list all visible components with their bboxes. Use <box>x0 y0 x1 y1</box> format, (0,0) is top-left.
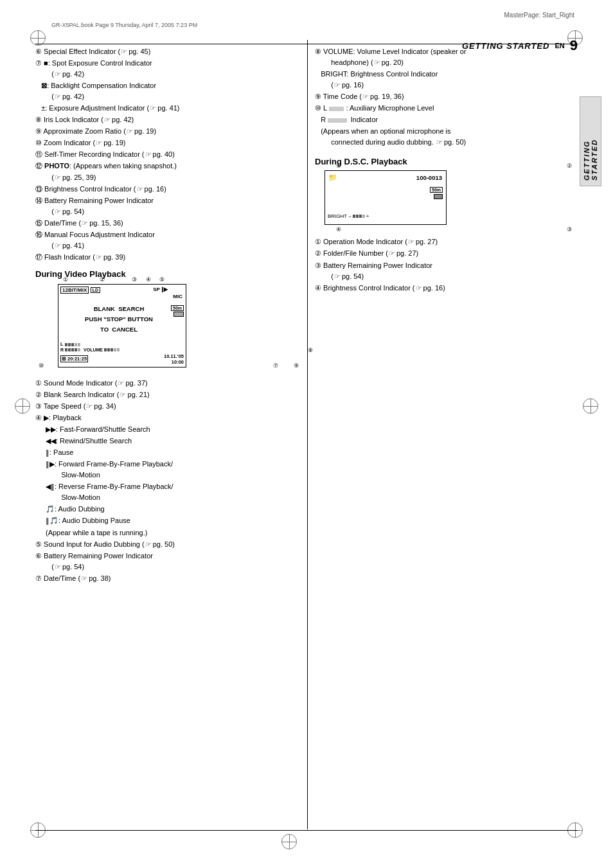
list-item: ⑫ PHOTO: (Appears when taking snapshot.)… <box>35 161 305 182</box>
dsc-label-1: ① <box>336 163 341 169</box>
dsc-playback-title: During D.S.C. Playback <box>315 157 578 166</box>
dsc-label-4: ④ <box>336 226 341 233</box>
dsc-label-2: ② <box>567 163 572 169</box>
bar-seg <box>104 348 107 351</box>
list-item: ⑦ Date/Time (☞ pg. 38) <box>35 573 305 584</box>
list-item: ‖🎵: Audio Dubbing Pause <box>35 515 305 526</box>
list-item: ⑮ Date/Time (☞ pg. 15, 36) <box>35 218 305 229</box>
list-item: ±: Exposure Adjustment Indicator (☞ pg. … <box>35 103 305 114</box>
bar-seg <box>71 343 74 346</box>
list-item: ⊠: Backlight Compensation Indicator (☞ p… <box>35 80 305 102</box>
list-item: ② Blank Search Indicator (☞ pg. 21) <box>35 389 305 400</box>
list-item: ⑭ Battery Remaining Power Indicator (☞ p… <box>35 195 305 217</box>
dsc-bright-label: BRIGHT <box>328 213 347 219</box>
list-item: (Appears when an optional microphone is … <box>315 126 578 148</box>
sound-mode-indicator-text: Sound Mode Indicator <box>44 379 113 387</box>
crosshair-bottom-center <box>282 835 296 849</box>
bar-seg <box>78 343 80 346</box>
right-items-list: ⑧ VOLUME: Volume Level Indicator (speake… <box>315 46 578 148</box>
vd-r-bars <box>65 348 80 351</box>
vd-label-7: ⑦ <box>273 362 278 369</box>
bar-seg <box>111 348 113 351</box>
dsc-annotations-list: ① Operation Mode Indicator (☞ pg. 27) ② … <box>315 236 578 293</box>
during-video-playback-section: During Video Playback ① ② ③ ④ ⑤ 12BIT/MI… <box>35 269 305 584</box>
vd-battery-icon <box>173 312 184 317</box>
vd-mic-label: MIC <box>173 294 182 299</box>
list-item: ④ Brightness Control Indicator (☞ pg. 16… <box>315 283 578 294</box>
video-annotations-list: ① Sound Mode Indicator (☞ pg. 37) ② Blan… <box>35 378 305 584</box>
bar-seg <box>75 348 77 351</box>
list-item: (Appear while a tape is running.) <box>35 527 305 538</box>
dsc-battery <box>434 194 443 199</box>
footer-rule <box>35 830 578 831</box>
list-item: ⑤ Sound Input for Audio Dubbing (☞ pg. 5… <box>35 539 305 550</box>
list-item: ◀‖: Reverse Frame-By-Frame Playback/ Slo… <box>35 481 305 503</box>
video-display: 12BIT/MIX LD SP ‖▶ MIC BLANK SEARCH PUSH… <box>58 284 186 368</box>
vd-label-2: ② <box>100 276 105 283</box>
dsc-l-bracket: + <box>366 213 369 219</box>
bar-seg <box>107 348 110 351</box>
crosshair-mid-left <box>15 399 30 413</box>
dsc-label-3: ③ <box>567 226 572 233</box>
list-item: ⑯ Manual Focus Adjustment Indicator (☞ p… <box>35 229 305 251</box>
vd-r-label: R <box>60 348 64 352</box>
list-item: ⑧ Iris Lock Indicator (☞ pg. 42) <box>35 114 305 125</box>
vd-sp-label: SP ‖▶ <box>153 287 168 292</box>
during-dsc-playback-section: During D.S.C. Playback ① ② 📁 100-0013 50… <box>315 157 578 293</box>
vd-label-5: ⑤ <box>159 276 164 283</box>
list-item: BRIGHT: Brightness Control Indicator (☞ … <box>315 69 578 91</box>
bar-seg <box>68 348 71 351</box>
bar-seg <box>362 215 365 218</box>
vd-label-3: ③ <box>132 276 137 283</box>
list-item: ‖▶: Forward Frame-By-Frame Playback/ Slo… <box>35 459 305 481</box>
list-item: ⑬ Brightness Control Indicator (☞ pg. 16… <box>35 184 305 195</box>
bar-seg <box>68 343 71 346</box>
list-item: ③ Battery Remaining Power Indicator (☞ p… <box>315 260 578 282</box>
list-item: ⑨ Time Code (☞ pg. 19, 36) <box>315 91 578 102</box>
crosshair-top-left <box>31 31 45 45</box>
list-item: ⑰ Flash Indicator (☞ pg. 39) <box>35 252 305 263</box>
video-playback-title: During Video Playback <box>35 269 305 279</box>
list-item: ③ Tape Speed (☞ pg. 34) <box>35 401 305 412</box>
bar-seg <box>353 215 355 218</box>
bar-seg <box>117 348 120 351</box>
vd-bottom-section: L R <box>60 342 184 365</box>
vd-label-9-pos: ⑨ <box>294 362 299 369</box>
file-info-label: GR-X5PAL.book Page 9 Thursday, April 7, … <box>51 22 197 28</box>
dsc-minus: – <box>348 213 351 219</box>
bar-seg <box>356 215 359 218</box>
vd-bottom-dates: ⊞ 20:21:25 10.11.'0510:00 <box>60 353 184 365</box>
list-item: ◀◀: Rewind/Shuttle Search <box>35 436 305 447</box>
list-item: ⑩ L : Auxiliary Microphone Level <box>315 103 578 114</box>
vd-ld-label: LD <box>91 287 100 293</box>
list-item: ⑥ Battery Remaining Power Indicator (☞ p… <box>35 551 305 572</box>
list-item: ① Sound Mode Indicator (☞ pg. 37) <box>35 378 305 389</box>
vd-mic-bars: L <box>60 342 184 346</box>
list-item: ① Operation Mode Indicator (☞ pg. 27) <box>315 236 578 247</box>
dsc-display: 📁 100-0013 50m BRIGHT – <box>324 170 447 225</box>
master-page-label: MasterPage: Start_Right <box>504 12 575 19</box>
vd-volume-label: VOLUME <box>84 348 103 352</box>
list-item: ⑩ Zoom Indicator (☞ pg. 19) <box>35 137 305 148</box>
bar-seg <box>71 348 74 351</box>
vd-timecode: ⊞ 20:21:25 <box>60 355 88 362</box>
vd-center-text: BLANK SEARCH PUSH "STOP" BUTTON TO CANCE… <box>68 304 170 335</box>
dsc-display-wrapper: ① ② 📁 100-0013 50m BRIGHT – <box>324 170 578 225</box>
bar-seg <box>359 215 362 218</box>
vd-volume-row: R VOLUME <box>60 348 184 352</box>
vd-label-10: ⑩ <box>39 362 44 369</box>
left-column: ⑥ Special Effect Indicator (☞ pg. 45) ⑦ … <box>35 46 305 585</box>
vd-label-1: ① <box>63 276 68 283</box>
vd-label-8: ⑧ <box>308 347 313 353</box>
video-display-wrapper: ① ② ③ ④ ⑤ 12BIT/MIX LD SP ‖▶ MIC <box>45 284 305 368</box>
dsc-50m-badge: 50m <box>430 187 443 193</box>
list-item: ② Folder/File Number (☞ pg. 27) <box>315 248 578 259</box>
vd-l-label: L <box>60 342 63 346</box>
column-divider <box>307 40 308 829</box>
left-items-list: ⑥ Special Effect Indicator (☞ pg. 45) ⑦ … <box>35 46 305 263</box>
dsc-bright-bars <box>353 215 365 218</box>
bar-seg <box>65 348 67 351</box>
dsc-folder-icon: 📁 <box>328 173 337 182</box>
bar-seg <box>65 343 67 346</box>
vd-label-4: ④ <box>146 276 151 283</box>
